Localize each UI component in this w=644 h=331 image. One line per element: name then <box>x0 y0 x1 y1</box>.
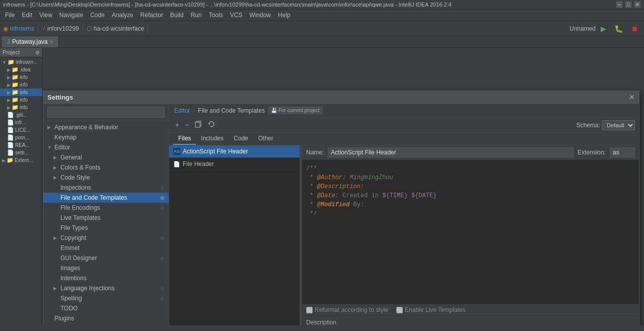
tree-external[interactable]: ▶ 📁 Extern... <box>0 156 42 164</box>
remove-template-btn[interactable]: − <box>183 120 191 130</box>
collapse-icon-lang-injections: ▶ <box>53 286 58 291</box>
reset-template-btn[interactable] <box>206 120 217 130</box>
collapse-icon-general: ▶ <box>53 155 58 160</box>
tab-files[interactable]: Files <box>173 133 196 145</box>
inspections-indicator: ⚙ <box>160 185 165 191</box>
tab-putaway[interactable]: J Putaway.java ✕ <box>2 36 59 47</box>
settings-item-lang-injections[interactable]: ▶ Language Injections ⚙ <box>43 283 169 293</box>
ext-label: Extension: <box>578 149 606 156</box>
live-templates-checkbox[interactable] <box>396 307 403 313</box>
settings-item-general[interactable]: ▶ General <box>43 152 169 162</box>
editor-options: Reformat according to style Enable Live … <box>302 304 639 315</box>
settings-close-btn[interactable]: ✕ <box>629 93 635 101</box>
settings-item-colors[interactable]: ▶ Colors & Fonts <box>43 162 169 173</box>
tree-arrow-info1: ▶ <box>7 75 11 80</box>
menu-edit[interactable]: Edit <box>19 11 35 20</box>
settings-item-file-templates[interactable]: File and Code Templates ⚙ <box>43 193 169 203</box>
settings-item-appearance[interactable]: ▶ Appearance & Behavior <box>43 122 169 132</box>
menu-vcs[interactable]: VCS <box>227 11 246 20</box>
tree-arrow-idea: ▶ <box>7 67 11 72</box>
template-item-label-actionscript: ActionScript File Header <box>183 148 248 155</box>
settings-item-images[interactable]: Images <box>43 263 169 273</box>
settings-search-input[interactable] <box>47 107 165 118</box>
tree-license[interactable]: 📄 LICE... <box>0 126 42 134</box>
template-name-input[interactable] <box>328 147 574 157</box>
tree-info2[interactable]: ▶ 📁 info <box>0 81 42 89</box>
gear-icon: ⚙ <box>35 50 40 55</box>
schema-select[interactable]: Default <box>602 120 635 130</box>
tree-info3[interactable]: ▶ 📁 info <box>0 89 42 96</box>
tab-code[interactable]: Code <box>229 133 253 145</box>
menu-window[interactable]: Window <box>246 11 274 20</box>
close-btn[interactable]: ✕ <box>634 1 641 8</box>
tree-info4[interactable]: ▶ 📁 info <box>0 96 42 104</box>
menu-code[interactable]: Code <box>87 11 108 20</box>
tab-close-btn[interactable]: ✕ <box>49 39 53 45</box>
template-item-actionscript[interactable]: AS ActionScript File Header <box>169 145 300 158</box>
settings-item-inspections[interactable]: Inspections ⚙ <box>43 183 169 193</box>
tree-info1-label: info <box>20 74 28 80</box>
toolbar-sep-1 <box>38 24 38 33</box>
extension-input[interactable] <box>610 147 635 157</box>
info3-folder-icon: 📁 <box>12 89 19 96</box>
settings-item-spelling[interactable]: Spelling ⚙ <box>43 293 169 303</box>
menu-help[interactable]: Help <box>275 11 294 20</box>
menu-build[interactable]: Build <box>167 11 187 20</box>
settings-item-plugins[interactable]: Plugins <box>43 313 169 323</box>
menu-tools[interactable]: Tools <box>206 11 226 20</box>
settings-item-todo[interactable]: TODO <box>43 303 169 313</box>
debug-btn[interactable]: 🐛 <box>611 24 626 34</box>
stop-btn[interactable]: ⏹ <box>628 24 641 34</box>
info5-folder-icon: 📁 <box>12 104 19 111</box>
settings-item-label-codestyle: Code Style <box>60 174 90 181</box>
app-title: infrowms - [C:\Users\Ming\Desktop\Demo\i… <box>3 2 452 8</box>
tree-infr[interactable]: 📄 infr... <box>0 119 42 126</box>
settings-item-copyright[interactable]: ▶ Copyright ⚙ <box>43 233 169 243</box>
tree-gitignore[interactable]: 📄 .giti... <box>0 111 42 119</box>
tree-info3-label: info <box>20 90 28 95</box>
reformat-checkbox[interactable] <box>306 307 313 313</box>
settings-left-panel: ▶ Appearance & Behavior Keymap ▼ Editor <box>43 104 169 325</box>
settings-item-codestyle[interactable]: ▶ Code Style <box>43 173 169 183</box>
menu-refactor[interactable]: Refactor <box>137 11 166 20</box>
code-line-4: * @Date: Created in ${TIME} ${DATE} <box>306 191 635 200</box>
tree-readme[interactable]: 📄 REA... <box>0 141 42 149</box>
minimize-btn[interactable]: ─ <box>616 1 623 8</box>
template-item-file-header[interactable]: 📄 File Header <box>169 158 300 171</box>
menu-navigate[interactable]: Navigate <box>56 11 86 20</box>
menu-file[interactable]: File <box>2 11 18 20</box>
collapse-icon-editor: ▼ <box>47 145 52 150</box>
settings-item-intentions[interactable]: Intentions <box>43 273 169 283</box>
copy-template-btn[interactable] <box>193 120 204 130</box>
settings-item-file-types[interactable]: File Types <box>43 223 169 233</box>
menu-view[interactable]: View <box>36 11 55 20</box>
tree-pom[interactable]: 📄 pom... <box>0 134 42 141</box>
tree-info5[interactable]: ▶ 📁 info <box>0 104 42 111</box>
tree-settings[interactable]: 📄 setti... <box>0 149 42 156</box>
tab-icon: J <box>7 38 10 45</box>
settings-title-bar: Settings ✕ <box>43 91 639 104</box>
tree-info1[interactable]: ▶ 📁 info <box>0 73 42 81</box>
settings-item-editor[interactable]: ▼ Editor <box>43 142 169 152</box>
tree-root[interactable]: ▼ 📁 infrowm... <box>0 58 42 66</box>
settings-item-keymap[interactable]: Keymap <box>43 132 169 142</box>
maximize-btn[interactable]: □ <box>625 1 632 8</box>
add-template-btn[interactable]: + <box>173 120 181 130</box>
settings-item-live-templates[interactable]: Live Templates <box>43 213 169 223</box>
tab-other[interactable]: Other <box>253 133 278 145</box>
menu-run[interactable]: Run <box>188 11 205 20</box>
info2-folder-icon: 📁 <box>12 81 19 88</box>
project-header: Project ⚙ <box>0 48 42 57</box>
code-editor[interactable]: /** * @Author: MingmingZhou * @Descripti… <box>302 160 639 304</box>
tree-idea[interactable]: ▶ 📁 .idea <box>0 66 42 73</box>
menu-analyze[interactable]: Analyze <box>109 11 136 20</box>
settings-item-encodings[interactable]: File Encodings ⚙ <box>43 203 169 213</box>
external-icon: 📁 <box>7 157 14 163</box>
tab-includes[interactable]: Includes <box>196 133 229 145</box>
project-header-label: Project <box>3 49 20 55</box>
run-btn[interactable]: ▶ <box>598 24 609 34</box>
settings-item-label-general: General <box>60 154 82 161</box>
settings-item-gui-designer[interactable]: GUI Designer ⚙ <box>43 253 169 263</box>
tree-pom-label: pom... <box>15 135 29 140</box>
settings-item-emmet[interactable]: Emmet <box>43 243 169 253</box>
